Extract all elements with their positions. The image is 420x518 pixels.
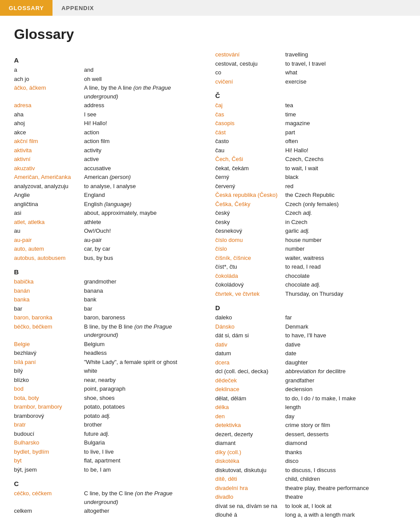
table-row: divadlotheatre xyxy=(215,493,406,501)
entry-term: být, jsem xyxy=(14,466,84,474)
entry-def: dative xyxy=(285,340,406,349)
table-row: deklinacedeclension xyxy=(215,385,406,394)
entry-term: dítě, děti xyxy=(215,475,285,483)
entry-def: theatre xyxy=(285,493,406,501)
table-row: bramborovýpotato adj. xyxy=(14,412,205,420)
table-row: detektivkacrime story or film xyxy=(215,421,406,430)
entry-def: brother xyxy=(84,420,205,429)
entry-def: banana xyxy=(84,287,205,295)
entry-term: atlet, atletka xyxy=(14,218,84,227)
table-row: cvičeníexercise xyxy=(215,77,406,86)
entry-term: čaj xyxy=(215,101,285,110)
entry-def: to have, I'll have xyxy=(285,331,406,340)
entry-term: ahoj xyxy=(14,119,84,128)
entry-def: American (person) xyxy=(84,173,205,182)
entry-def: shoe, shoes xyxy=(84,394,205,402)
table-row: bota, botyshoe, shoes xyxy=(14,394,205,402)
entry-term: diskotéka xyxy=(215,457,285,466)
table-row: adresaaddress xyxy=(14,101,205,110)
entry-def: athlete xyxy=(84,218,205,227)
entry-def: to discuss, I discuss xyxy=(285,466,406,475)
tab-glossary[interactable]: GLOSSARY xyxy=(0,0,52,16)
entry-term: analyzovat, analyzuju xyxy=(14,182,84,191)
entry-def: activity xyxy=(84,146,205,155)
entry-def: baron, baroness xyxy=(84,313,205,322)
entry-def: English (language) xyxy=(84,200,205,209)
entry-def: Thursday, on Thursday xyxy=(285,290,406,298)
entry-term: banka xyxy=(14,295,84,304)
entry-def: child, children xyxy=(285,475,406,483)
table-row: čokoládachocolate xyxy=(215,272,406,280)
entry-def: abbreviation for decilitre xyxy=(285,367,406,376)
table-row: délkalength xyxy=(215,403,406,412)
entry-def: A line, by the A line (on the Prague und… xyxy=(84,84,205,101)
entry-term: díky (coll.) xyxy=(215,448,285,457)
entry-def: "White Lady", a female spirit or ghost xyxy=(84,358,205,367)
table-row: bankabank xyxy=(14,295,205,304)
table-row: čajtea xyxy=(215,101,406,110)
entry-def: Czech adj. xyxy=(285,209,406,217)
entry-def: disco xyxy=(285,457,406,466)
tab-appendix[interactable]: APPENDIX xyxy=(52,0,102,16)
page-header: GLOSSARY APPENDIX xyxy=(0,0,420,16)
entry-term: datum xyxy=(215,349,285,358)
table-row: divadelní hratheatre play, theatre perfo… xyxy=(215,484,406,493)
table-row: černýblack xyxy=(215,173,406,182)
table-row: ahaI see xyxy=(14,110,205,119)
table-row: čtvrtek, ve čtvrtekThursday, on Thursday xyxy=(215,290,406,298)
entry-def: date xyxy=(285,349,406,358)
table-row: českýCzech adj. xyxy=(215,209,406,217)
table-row: babičkagrandmother xyxy=(14,277,205,286)
table-row: cowhat xyxy=(215,68,406,77)
entry-term: Česká republika (Česko) xyxy=(215,191,285,200)
entry-term: asi xyxy=(14,209,84,217)
entry-term: adresa xyxy=(14,101,84,110)
table-row: dalekofar xyxy=(215,313,406,322)
table-row: bodpoint, paragraph xyxy=(14,385,205,393)
entry-term: cvičení xyxy=(215,77,285,86)
entry-term: číšník, číšnice xyxy=(215,254,285,262)
entry-term: bramborový xyxy=(14,412,84,420)
entry-term: celkem xyxy=(14,507,84,515)
entry-def: garlic adj. xyxy=(285,227,406,235)
entry-def: part xyxy=(285,128,406,137)
entry-def: future adj. xyxy=(84,430,205,438)
entry-term: dát si, dám si xyxy=(215,331,285,340)
entry-term: byt xyxy=(14,456,84,465)
entry-term: bílá paní xyxy=(14,358,84,367)
table-row: blízkonear, nearby xyxy=(14,376,205,385)
entry-term: diamant xyxy=(215,439,285,448)
entry-term: den xyxy=(215,412,285,421)
entry-def: white xyxy=(84,367,205,375)
page-content: Glossary Aaandach jooh welláčko, áčkemA … xyxy=(0,16,420,518)
table-row: číslo domuhouse number xyxy=(215,236,406,245)
entry-term: čau xyxy=(215,146,285,155)
entry-term: autobus, autobusem xyxy=(14,254,84,262)
entry-term: bota, boty xyxy=(14,394,84,402)
entry-def: diamond xyxy=(285,439,406,448)
table-row: dlouhé álong a, a with a length mark xyxy=(215,511,406,518)
entry-term: blízko xyxy=(14,376,84,385)
entry-term: auto, autem xyxy=(14,245,84,253)
entry-def: accusative xyxy=(84,164,205,173)
entry-term: délka xyxy=(215,403,285,412)
entry-term: Bulharsko xyxy=(14,438,84,447)
table-row: AnglieEngland xyxy=(14,191,205,200)
entry-def: potato, potatoes xyxy=(84,402,205,411)
table-row: dceradaughter xyxy=(215,358,406,367)
entry-def: magazine xyxy=(285,119,406,128)
entry-def: Hi! Hallo! xyxy=(285,146,406,155)
entry-def: to live, I live xyxy=(84,448,205,456)
entry-term: bezhlavý xyxy=(14,349,84,357)
table-row: analyzovat, analyzujuto analyse, I analy… xyxy=(14,182,205,191)
entry-def: action film xyxy=(84,137,205,146)
table-row: cestovat, cestujuto travel, I travel xyxy=(215,60,406,68)
table-row: celkemaltogether xyxy=(14,507,205,515)
entry-term: divadelní hra xyxy=(215,484,285,493)
entry-term: banán xyxy=(14,287,84,295)
table-row: diskutovat, diskutujuto discuss, I discu… xyxy=(215,466,406,475)
table-row: bydlet, bydlímto live, I live xyxy=(14,448,205,456)
table-row: dezert, dezertydessert, desserts xyxy=(215,430,406,439)
entry-term: čokoláda xyxy=(215,272,285,280)
entry-term: celý xyxy=(14,516,84,518)
